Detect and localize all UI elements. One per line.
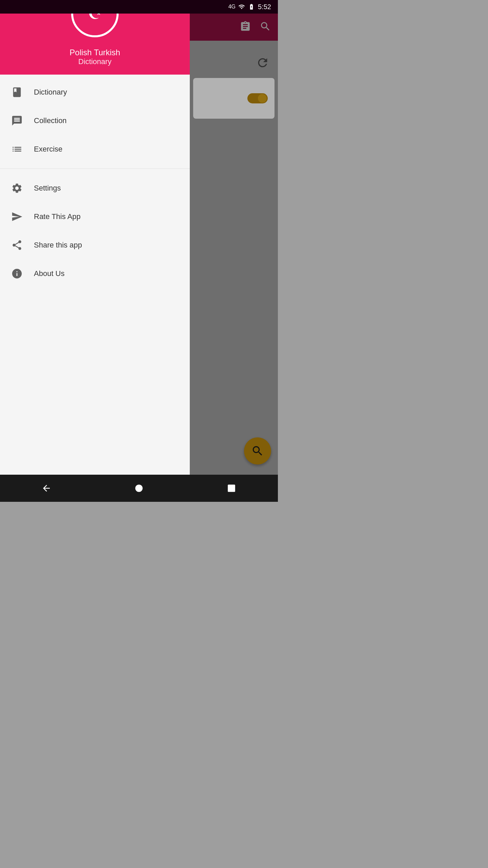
menu-item-exercise[interactable]: Exercise (0, 135, 190, 163)
battery-icon (248, 3, 255, 10)
chat-icon (10, 114, 24, 127)
exercise-label: Exercise (34, 145, 62, 154)
menu-item-collection[interactable]: Collection (0, 106, 190, 135)
network-icon: 4G (228, 4, 236, 10)
bottom-nav (0, 475, 278, 502)
send-icon (10, 210, 24, 223)
svg-rect-1 (228, 485, 235, 492)
back-button[interactable] (36, 478, 57, 498)
share-icon (10, 238, 24, 252)
app-title: Polish Turkish (69, 48, 120, 57)
menu-divider (0, 169, 190, 169)
time-display: 5:52 (258, 3, 271, 11)
navigation-drawer: ☪ Polish Turkish Dictionary Dictionary C… (0, 0, 190, 502)
info-icon (10, 267, 24, 280)
gear-icon (10, 181, 24, 195)
signal-icon (238, 3, 245, 10)
settings-label: Settings (34, 184, 61, 193)
menu-item-settings[interactable]: Settings (0, 174, 190, 202)
list-icon (10, 142, 24, 156)
app-subtitle: Dictionary (78, 57, 111, 66)
book-icon (10, 85, 24, 99)
menu-item-rate[interactable]: Rate This App (0, 202, 190, 231)
menu-item-about[interactable]: About Us (0, 259, 190, 288)
dictionary-label: Dictionary (34, 88, 67, 97)
share-label: Share this app (34, 241, 82, 250)
menu-item-share[interactable]: Share this app (0, 231, 190, 259)
status-icons: 4G 5:52 (228, 3, 271, 11)
rate-label: Rate This App (34, 212, 81, 221)
menu-item-dictionary[interactable]: Dictionary (0, 78, 190, 106)
status-bar: 4G 5:52 (0, 0, 278, 14)
collection-label: Collection (34, 116, 67, 125)
recent-button[interactable] (221, 478, 242, 498)
about-label: About Us (34, 269, 65, 278)
home-button[interactable] (129, 478, 149, 498)
drawer-menu: Dictionary Collection Exercise (0, 75, 190, 502)
svg-point-0 (135, 485, 143, 492)
